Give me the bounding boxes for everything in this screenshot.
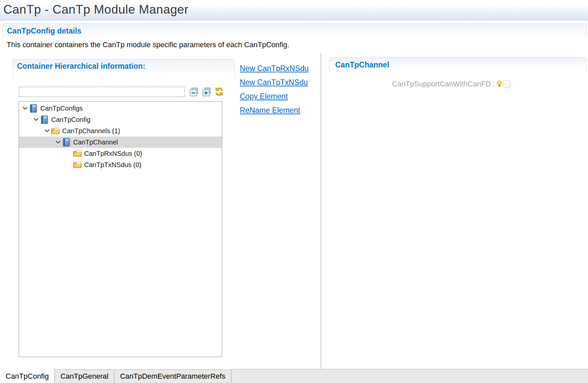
new-cantptxnsdu-link[interactable]: New CanTpTxNSdu — [240, 78, 320, 87]
chevron-down-icon[interactable] — [21, 104, 29, 112]
tree-item-label: CanTpRxNSdus (0) — [84, 150, 142, 157]
refresh-icon[interactable] — [214, 87, 224, 97]
new-cantprxnsdu-link[interactable]: New CanTpRxNSdu — [240, 64, 320, 73]
page-header: CanTp - CanTp Module Manager — [0, 0, 588, 21]
expand-all-icon[interactable] — [202, 87, 212, 97]
tab-label: CanTpDemEventParameterRefs — [120, 372, 225, 381]
section-title: CanTpConfig details — [7, 27, 586, 36]
chevron-down-icon[interactable] — [32, 116, 40, 124]
tree-item-label: CanTpChannels (1) — [62, 127, 120, 135]
tree-item-cantprxnsdus[interactable]: CanTpRxNSdus (0) — [19, 148, 222, 159]
tree-filter-input[interactable] — [19, 87, 185, 97]
folder-icon — [73, 160, 82, 169]
param-separator: : — [493, 80, 495, 88]
param-row: CanTpSupportCanWithCanFD : — [329, 80, 587, 88]
folder-icon — [73, 149, 82, 158]
section-header: CanTpConfig details — [3, 23, 587, 38]
chevron-down-icon[interactable] — [43, 127, 51, 135]
properties-panel-title: CanTpChannel — [335, 60, 586, 69]
copy-element-link[interactable]: Copy Element — [240, 92, 320, 101]
tree-toolbar — [19, 86, 228, 97]
chevron-down-icon[interactable] — [54, 138, 62, 146]
tree-item-label: CanTpTxNSdus (0) — [84, 161, 141, 169]
tree-item-cantpchannels[interactable]: CanTpChannels (1) — [19, 125, 222, 137]
param-checkbox[interactable] — [503, 80, 511, 88]
collapse-all-icon[interactable] — [189, 87, 199, 97]
details-section: CanTpConfig details This container conta… — [3, 23, 587, 369]
tree-item-label: CanTpConfig — [51, 116, 90, 124]
properties-panel-header: CanTpChannel — [329, 57, 587, 73]
rename-element-link[interactable]: ReName Element — [240, 106, 320, 115]
bottom-tab-bar: CanTpConfig CanTpGeneral CanTpDemEventPa… — [0, 369, 588, 383]
tree-item-cantpconfigs[interactable]: CanTpConfigs — [19, 103, 222, 114]
hierarchy-tree[interactable]: CanTpConfigs CanTpConfig — [19, 101, 222, 357]
section-description: This container containers the CanTp modu… — [3, 38, 587, 49]
tree-item-label: CanTpChannel — [73, 139, 118, 146]
tab-label: CanTpConfig — [6, 372, 49, 381]
tab-label: CanTpGeneral — [61, 372, 108, 381]
hierarchy-panel: Container Hierarchical information: — [13, 59, 235, 362]
hierarchy-panel-title: Container Hierarchical information: — [17, 62, 234, 71]
tree-item-cantpchannel[interactable]: CanTpChannel — [19, 137, 222, 148]
tab-cantpdemeventparameterrefs[interactable]: CanTpDemEventParameterRefs — [114, 369, 231, 383]
properties-panel: CanTpChannel CanTpSupportCanWithCanFD : — [329, 57, 587, 362]
param-label: CanTpSupportCanWithCanFD — [329, 80, 491, 88]
module-icon — [62, 138, 71, 147]
tree-item-label: CanTpConfigs — [40, 105, 83, 112]
tree-item-cantpconfig[interactable]: CanTpConfig — [19, 114, 222, 125]
page-title: CanTp - CanTp Module Manager — [0, 0, 588, 17]
module-icon — [29, 104, 38, 113]
tab-cantpconfig[interactable]: CanTpConfig — [0, 367, 55, 383]
hierarchy-panel-header: Container Hierarchical information: — [13, 59, 235, 79]
action-links: New CanTpRxNSdu New CanTpTxNSdu Copy Ele… — [240, 64, 320, 120]
panel-splitter[interactable] — [320, 53, 322, 369]
lightbulb-icon — [497, 80, 502, 88]
folder-icon — [51, 126, 60, 136]
tree-item-cantptxnsdus[interactable]: CanTpTxNSdus (0) — [19, 159, 222, 170]
tab-cantpgeneral[interactable]: CanTpGeneral — [55, 369, 114, 383]
module-icon — [40, 115, 49, 124]
